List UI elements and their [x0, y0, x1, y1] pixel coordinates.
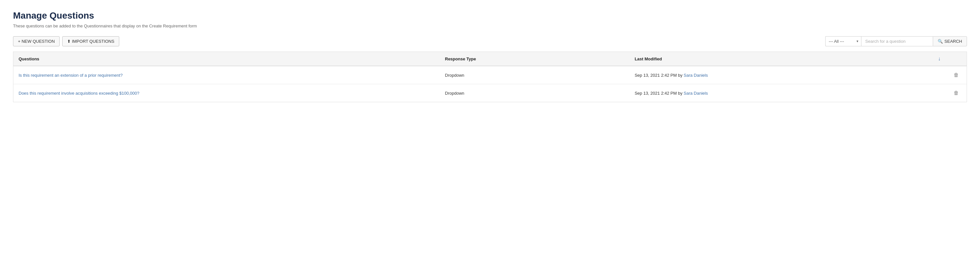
- sort-icon: ↓: [938, 56, 940, 61]
- response-type-cell: Dropdown: [440, 66, 630, 84]
- col-header-actions: [946, 52, 967, 66]
- search-input[interactable]: [861, 36, 933, 46]
- toolbar-left: + NEW QUESTION ⬆ IMPORT QUESTIONS: [13, 36, 119, 46]
- col-header-questions: Questions: [13, 52, 440, 66]
- last-modified-user-link[interactable]: Sara Daniels: [684, 73, 708, 78]
- new-question-button[interactable]: + NEW QUESTION: [13, 36, 60, 46]
- delete-button[interactable]: 🗑: [951, 89, 961, 97]
- table-row: Is this requirement an extension of a pr…: [13, 66, 967, 84]
- table-header: Questions Response Type Last Modified ↓: [13, 52, 967, 66]
- toolbar-right: --- All --- 🔍 SEARCH: [825, 36, 967, 46]
- sort-cell: [933, 84, 946, 102]
- col-header-response-type: Response Type: [440, 52, 630, 66]
- search-button[interactable]: 🔍 SEARCH: [933, 36, 967, 46]
- search-button-label: SEARCH: [945, 39, 962, 44]
- actions-cell: 🗑: [946, 84, 967, 102]
- question-cell: Does this requirement involve acquisitio…: [13, 84, 440, 102]
- col-header-last-modified: Last Modified: [630, 52, 933, 66]
- table-row: Does this requirement involve acquisitio…: [13, 84, 967, 102]
- filter-select[interactable]: --- All ---: [825, 36, 861, 46]
- table-body: Is this requirement an extension of a pr…: [13, 66, 967, 102]
- question-link[interactable]: Is this requirement an extension of a pr…: [19, 73, 123, 78]
- col-header-sort[interactable]: ↓: [933, 52, 946, 66]
- page-subtitle: These questions can be added to the Ques…: [13, 24, 967, 29]
- sort-cell: [933, 66, 946, 84]
- import-questions-button[interactable]: ⬆ IMPORT QUESTIONS: [62, 36, 119, 46]
- delete-button[interactable]: 🗑: [951, 71, 961, 79]
- questions-table: Questions Response Type Last Modified ↓ …: [13, 51, 967, 102]
- page-container: Manage Questions These questions can be …: [0, 0, 980, 113]
- actions-cell: 🗑: [946, 66, 967, 84]
- table-header-row: Questions Response Type Last Modified ↓: [13, 52, 967, 66]
- search-icon: 🔍: [938, 39, 943, 44]
- response-type-cell: Dropdown: [440, 84, 630, 102]
- last-modified-user-link[interactable]: Sara Daniels: [684, 91, 708, 96]
- toolbar: + NEW QUESTION ⬆ IMPORT QUESTIONS --- Al…: [13, 36, 967, 46]
- question-cell: Is this requirement an extension of a pr…: [13, 66, 440, 84]
- question-link[interactable]: Does this requirement involve acquisitio…: [19, 91, 140, 96]
- last-modified-cell: Sep 13, 2021 2:42 PM by Sara Daniels: [630, 66, 933, 84]
- page-title: Manage Questions: [13, 10, 967, 21]
- last-modified-cell: Sep 13, 2021 2:42 PM by Sara Daniels: [630, 84, 933, 102]
- filter-select-wrapper: --- All ---: [825, 36, 861, 46]
